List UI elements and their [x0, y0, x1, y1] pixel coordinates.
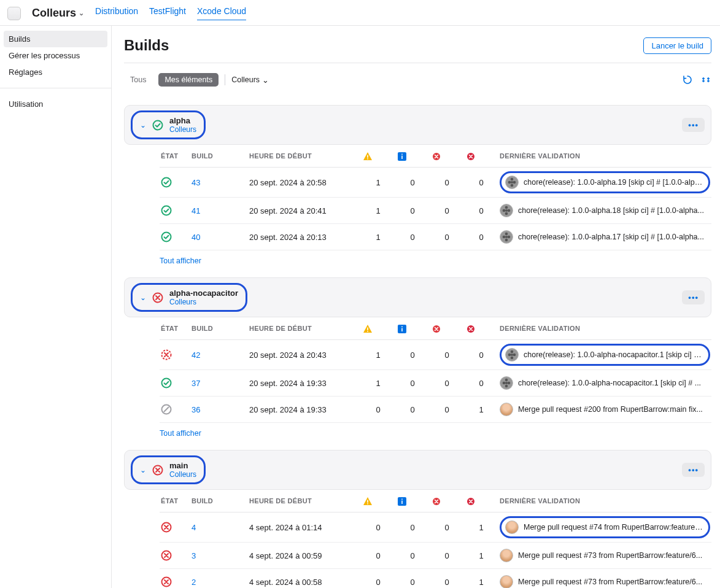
- build-row[interactable]: 41 20 sept. 2024 à 20:41 1 0 0 0 chore(r…: [160, 198, 711, 224]
- bot-avatar: [500, 376, 513, 390]
- workflow-actions-button[interactable]: •••: [682, 118, 705, 132]
- commit-message: chore(release): 1.0.0-alpha-nocapacitor.…: [518, 379, 701, 387]
- workflow-header[interactable]: ⌄ main Colleurs: [131, 455, 206, 484]
- show-all-link[interactable]: Tout afficher: [160, 423, 711, 441]
- build-start-time: 4 sept. 2024 à 00:58: [249, 578, 360, 587]
- count-errors: 0: [431, 233, 463, 242]
- status-icon: [161, 205, 189, 216]
- count-warnings: 0: [362, 523, 394, 532]
- build-start-time: 20 sept. 2024 à 20:43: [249, 350, 360, 360]
- build-row[interactable]: 43 20 sept. 2024 à 20:58 1 0 0 0 chore(r…: [160, 168, 711, 198]
- build-row[interactable]: 36 20 sept. 2024 à 19:33 0 0 0 1 Merge p…: [160, 397, 711, 423]
- col-state: ÉTAT: [161, 325, 189, 332]
- col-info-icon: [397, 323, 428, 333]
- last-commit[interactable]: chore(release): 1.0.0-alpha.19 [skip ci]…: [500, 171, 710, 193]
- last-commit[interactable]: chore(release): 1.0.0-alpha-nocapacitor.…: [500, 344, 710, 366]
- col-start: HEURE DE DÉBUT: [249, 152, 360, 160]
- workflow-name: alpha-nocapacitor: [169, 288, 238, 298]
- filter-mine[interactable]: Mes éléments: [158, 73, 219, 87]
- sidebar-item-settings[interactable]: Réglages: [0, 64, 111, 80]
- build-number-link[interactable]: 4: [192, 523, 196, 532]
- count-failures: 0: [465, 379, 497, 388]
- chevron-down-icon: ⌄: [262, 75, 269, 85]
- count-warnings: 0: [362, 578, 394, 587]
- count-failures: 1: [465, 551, 497, 560]
- commit-message: Merge pull request #74 from RupertBarrow…: [524, 523, 705, 532]
- build-number-link[interactable]: 41: [192, 206, 200, 215]
- sidebar-item-usage[interactable]: Utilisation: [0, 96, 111, 112]
- bot-avatar: [500, 204, 513, 217]
- count-failures: 1: [465, 523, 497, 532]
- col-failures-icon: [465, 323, 497, 333]
- app-switcher[interactable]: Colleurs⌄: [32, 7, 84, 20]
- build-row[interactable]: 3 4 sept. 2024 à 00:59 0 0 0 1 Merge pul…: [160, 543, 711, 569]
- count-info: 0: [397, 405, 428, 414]
- last-commit[interactable]: Merge pull request #73 from RupertBarrow…: [500, 575, 710, 588]
- build-row[interactable]: 4 4 sept. 2024 à 01:14 0 0 0 1 Merge pul…: [160, 513, 711, 543]
- col-build: BUILD: [192, 152, 247, 160]
- workflow-actions-button[interactable]: •••: [682, 290, 705, 304]
- product-dropdown[interactable]: Colleurs⌄: [231, 75, 269, 85]
- workflow-product-link[interactable]: Colleurs: [169, 298, 238, 306]
- col-last-commit: DERNIÈRE VALIDATION: [500, 152, 710, 160]
- status-icon: [152, 120, 163, 131]
- sidebar-item-builds[interactable]: Builds: [4, 31, 107, 47]
- col-errors-icon: [431, 151, 463, 161]
- col-start: HEURE DE DÉBUT: [249, 325, 360, 332]
- tab-xcodecloud[interactable]: Xcode Cloud: [197, 6, 246, 20]
- col-state: ÉTAT: [161, 152, 189, 160]
- sidebar-item-manage[interactable]: Gérer les processus: [0, 47, 111, 64]
- build-number-link[interactable]: 2: [192, 578, 196, 587]
- col-state: ÉTAT: [161, 497, 189, 505]
- workflow-header[interactable]: ⌄ alpha Colleurs: [131, 110, 206, 139]
- build-row[interactable]: 42 20 sept. 2024 à 20:43 1 0 0 0 chore(r…: [160, 340, 711, 370]
- refresh-button[interactable]: [682, 74, 693, 85]
- count-info: 0: [397, 578, 428, 587]
- count-info: 0: [397, 350, 428, 360]
- count-errors: 0: [431, 350, 463, 360]
- expand-columns-button[interactable]: [700, 74, 711, 85]
- tab-distribution[interactable]: Distribution: [95, 6, 138, 20]
- count-warnings: 1: [362, 178, 394, 187]
- build-number-link[interactable]: 37: [192, 379, 200, 388]
- bot-avatar: [500, 230, 513, 244]
- commit-message: chore(release): 1.0.0-alpha.18 [skip ci]…: [518, 206, 704, 215]
- count-errors: 0: [431, 551, 463, 560]
- last-commit[interactable]: Merge pull request #200 from RupertBarro…: [500, 403, 710, 416]
- col-warnings-icon: [362, 323, 394, 333]
- tab-testflight[interactable]: TestFlight: [149, 6, 186, 20]
- workflow-actions-button[interactable]: •••: [682, 463, 705, 477]
- build-number-link[interactable]: 42: [192, 350, 200, 360]
- status-icon: [161, 377, 189, 389]
- last-commit[interactable]: Merge pull request #73 from RupertBarrow…: [500, 549, 710, 562]
- workflow-product-link[interactable]: Colleurs: [169, 470, 196, 479]
- build-row[interactable]: 40 20 sept. 2024 à 20:13 1 0 0 0 chore(r…: [160, 224, 711, 250]
- commit-message: chore(release): 1.0.0-alpha-nocapacitor.…: [524, 350, 705, 359]
- launch-build-button[interactable]: Lancer le build: [643, 37, 711, 54]
- status-icon: [161, 576, 189, 587]
- workflow-name: alpha: [169, 116, 196, 125]
- build-row[interactable]: 37 20 sept. 2024 à 19:33 1 0 0 0 chore(r…: [160, 370, 711, 397]
- count-warnings: 0: [362, 405, 394, 414]
- last-commit[interactable]: Merge pull request #74 from RupertBarrow…: [500, 516, 710, 538]
- last-commit[interactable]: chore(release): 1.0.0-alpha.17 [skip ci]…: [500, 230, 710, 244]
- status-icon: [161, 177, 189, 188]
- build-row[interactable]: 2 4 sept. 2024 à 00:58 0 0 0 1 Merge pul…: [160, 569, 711, 588]
- show-all-link[interactable]: Tout afficher: [160, 250, 711, 269]
- col-failures-icon: [465, 151, 497, 161]
- count-warnings: 1: [362, 350, 394, 360]
- count-failures: 1: [465, 578, 497, 587]
- build-number-link[interactable]: 40: [192, 233, 200, 242]
- last-commit[interactable]: chore(release): 1.0.0-alpha.18 [skip ci]…: [500, 204, 710, 217]
- workflow-product-link[interactable]: Colleurs: [169, 125, 196, 134]
- count-info: 0: [397, 178, 428, 187]
- filter-all[interactable]: Tous: [124, 73, 152, 87]
- user-avatar: [500, 549, 513, 562]
- count-warnings: 1: [362, 206, 394, 215]
- last-commit[interactable]: chore(release): 1.0.0-alpha-nocapacitor.…: [500, 376, 710, 390]
- build-number-link[interactable]: 36: [192, 405, 200, 414]
- build-number-link[interactable]: 3: [192, 551, 196, 560]
- workflow-header[interactable]: ⌄ alpha-nocapacitor Colleurs: [131, 283, 247, 312]
- build-number-link[interactable]: 43: [192, 178, 200, 187]
- build-start-time: 4 sept. 2024 à 00:59: [249, 551, 360, 560]
